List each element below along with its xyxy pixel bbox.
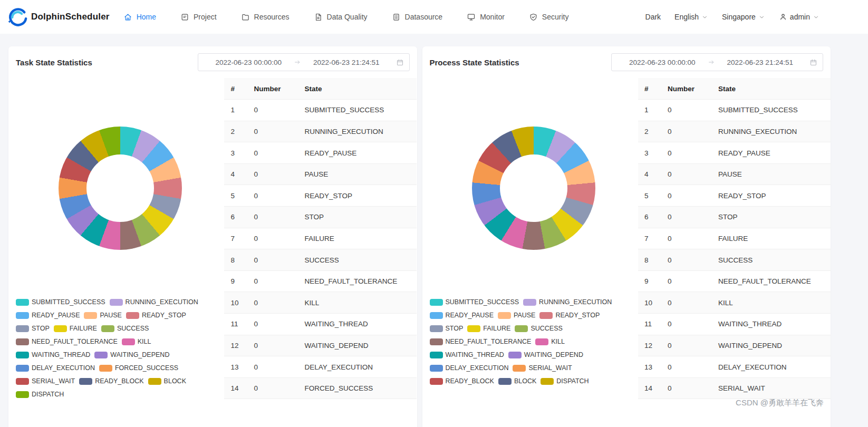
legend-swatch: [16, 299, 29, 306]
legend-item-pause[interactable]: PAUSE: [498, 312, 535, 319]
legend-label: WAITING_DEPEND: [110, 351, 169, 358]
legend-label: READY_BLOCK: [446, 377, 494, 385]
donut-chart[interactable]: [59, 127, 182, 250]
language-dropdown[interactable]: English: [674, 13, 708, 21]
state-cell: SUBMITTED_SUCCESS: [298, 100, 417, 121]
arrow-right-icon: [294, 59, 301, 66]
legend-item-delay_execution[interactable]: DELAY_EXECUTION: [430, 364, 509, 372]
date-end-input[interactable]: 2022-06-23 21:24:51: [715, 59, 806, 66]
row-index-cell: 1: [224, 100, 247, 121]
date-range-picker[interactable]: 2022-06-23 00:00:00 2022-06-23 21:24:51: [198, 53, 410, 71]
legend-item-pause[interactable]: PAUSE: [84, 312, 121, 319]
row-index-cell: 8: [224, 249, 247, 271]
legend-label: FAILURE: [70, 325, 97, 332]
legend-item-submitted_success[interactable]: SUBMITTED_SUCCESS: [16, 298, 105, 306]
legend-swatch: [84, 312, 97, 319]
legend-item-waiting_depend[interactable]: WAITING_DEPEND: [508, 351, 583, 358]
nav-item-home[interactable]: Home: [123, 13, 156, 22]
table-row: 70FAILURE: [224, 228, 417, 249]
legend-item-ready_block[interactable]: READY_BLOCK: [430, 377, 494, 385]
number-cell: 0: [247, 121, 298, 142]
user-menu[interactable]: admin: [779, 13, 819, 21]
legend-label: DISPATCH: [556, 377, 589, 385]
legend-item-kill[interactable]: KILL: [535, 338, 565, 345]
nav-item-security[interactable]: Security: [529, 13, 569, 22]
legend-item-stop[interactable]: STOP: [16, 325, 50, 332]
legend-swatch: [430, 338, 443, 345]
legend-item-submitted_success[interactable]: SUBMITTED_SUCCESS: [430, 298, 519, 306]
legend-swatch: [430, 352, 443, 358]
legend-item-stop[interactable]: STOP: [430, 325, 464, 332]
table-row: 130DELAY_EXECUTION: [224, 356, 417, 378]
state-cell: FORCED_SUCCESS: [298, 377, 417, 399]
legend-item-ready_block[interactable]: READY_BLOCK: [79, 377, 143, 385]
app-logo[interactable]: DolphinScheduler: [6, 6, 110, 27]
legend-label: PAUSE: [514, 312, 535, 319]
row-index-cell: 5: [638, 185, 661, 207]
legend-item-delay_execution[interactable]: DELAY_EXECUTION: [16, 364, 95, 372]
nav-item-label: Security: [542, 13, 569, 21]
legend-item-dispatch[interactable]: DISPATCH: [541, 377, 589, 385]
legend-item-success[interactable]: SUCCESS: [515, 325, 562, 332]
nav-item-resources[interactable]: Resources: [241, 13, 290, 22]
legend-item-block[interactable]: BLOCK: [148, 377, 186, 385]
legend-item-success[interactable]: SUCCESS: [101, 325, 149, 332]
legend-label: NEED_FAULT_TOLERANCE: [32, 338, 118, 345]
data-quality-icon: [314, 13, 323, 22]
legend-item-need_fault_tolerance[interactable]: NEED_FAULT_TOLERANCE: [430, 338, 532, 345]
donut-chart[interactable]: [472, 127, 595, 250]
nav-item-datasource[interactable]: Datasource: [392, 13, 443, 22]
number-cell: 0: [247, 163, 298, 185]
legend-item-forced_success[interactable]: FORCED_SUCCESS: [99, 364, 178, 372]
state-cell: STOP: [712, 207, 831, 228]
date-range-picker[interactable]: 2022-06-23 00:00:00 2022-06-23 21:24:51: [611, 53, 823, 71]
number-cell: 0: [661, 228, 712, 249]
legend-item-ready_pause[interactable]: READY_PAUSE: [16, 312, 80, 319]
legend-label: STOP: [446, 325, 464, 332]
legend-item-running_execution[interactable]: RUNNING_EXECUTION: [110, 298, 198, 306]
state-cell: READY_STOP: [712, 185, 831, 207]
legend-item-block[interactable]: BLOCK: [498, 377, 536, 385]
legend-item-waiting_depend[interactable]: WAITING_DEPEND: [94, 351, 169, 358]
row-index-cell: 6: [638, 207, 661, 228]
legend-item-running_execution[interactable]: RUNNING_EXECUTION: [523, 298, 612, 306]
chevron-down-icon: [758, 14, 765, 21]
legend-item-waiting_thread[interactable]: WAITING_THREAD: [430, 351, 504, 358]
legend-swatch: [16, 365, 29, 372]
date-start-input[interactable]: 2022-06-23 00:00:00: [204, 59, 294, 66]
legend-item-ready_stop[interactable]: READY_STOP: [539, 312, 600, 319]
theme-toggle-button[interactable]: Dark: [645, 13, 661, 21]
legend-item-failure[interactable]: FAILURE: [54, 325, 97, 332]
nav-item-monitor[interactable]: Monitor: [467, 13, 505, 22]
nav-item-data-quality[interactable]: Data Quality: [314, 13, 368, 22]
table-row: 120WAITING_DEPEND: [638, 335, 831, 356]
project-icon: [180, 13, 189, 22]
row-index-cell: 14: [224, 377, 247, 399]
legend-item-serial_wait[interactable]: SERIAL_WAIT: [16, 377, 75, 385]
legend-item-ready_stop[interactable]: READY_STOP: [126, 312, 186, 319]
column-header-number: Number: [247, 78, 298, 100]
legend-swatch: [467, 325, 480, 332]
legend-item-dispatch[interactable]: DISPATCH: [16, 391, 64, 398]
legend-item-failure[interactable]: FAILURE: [467, 325, 510, 332]
date-start-input[interactable]: 2022-06-23 00:00:00: [617, 59, 708, 66]
legend-label: BLOCK: [514, 377, 536, 385]
legend-label: KILL: [551, 338, 565, 345]
card-body: SUBMITTED_SUCCESSRUNNING_EXECUTIONREADY_…: [422, 78, 831, 407]
legend-item-need_fault_tolerance[interactable]: NEED_FAULT_TOLERANCE: [16, 338, 118, 345]
table-row: 130DELAY_EXECUTION: [638, 356, 831, 378]
table-row: 80SUCCESS: [638, 249, 831, 271]
legend-swatch: [539, 312, 553, 319]
legend-swatch: [16, 352, 29, 358]
legend-item-ready_pause[interactable]: READY_PAUSE: [430, 312, 494, 319]
number-cell: 0: [661, 249, 712, 271]
timezone-dropdown[interactable]: Singapore: [722, 13, 765, 21]
legend-item-kill[interactable]: KILL: [122, 338, 151, 345]
nav-item-project[interactable]: Project: [180, 13, 217, 22]
chart-legend: SUBMITTED_SUCCESSRUNNING_EXECUTIONREADY_…: [430, 298, 638, 385]
legend-item-waiting_thread[interactable]: WAITING_THREAD: [16, 351, 90, 358]
date-end-input[interactable]: 2022-06-23 21:24:51: [301, 59, 392, 66]
calendar-icon: [392, 59, 404, 66]
row-index-cell: 7: [224, 228, 247, 249]
legend-item-serial_wait[interactable]: SERIAL_WAIT: [513, 364, 572, 372]
